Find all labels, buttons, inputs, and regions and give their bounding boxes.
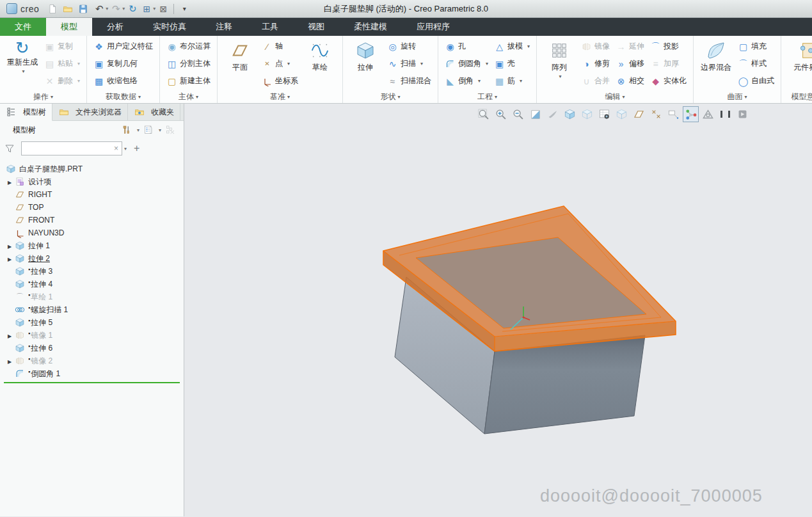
hole-button[interactable]: ◉孔 [443,38,490,55]
tab-applications[interactable]: 应用程序 [402,18,465,36]
tree-item-mirror-1[interactable]: 镜像 1 [0,329,184,342]
tree-item-helical-sweep-1[interactable]: 螺旋扫描 1 [0,303,184,316]
intersect-button[interactable]: ⊗相交 [614,72,646,90]
tree-item-round-1[interactable]: 倒圆角 1 [0,367,184,380]
filter-funnel-icon[interactable] [4,143,15,154]
redo-button[interactable]: ↷ [109,3,122,15]
tree-item-mirror-2[interactable]: 镜像 2 [0,354,184,367]
close-window-button[interactable]: ⊠ [157,3,170,15]
new-file-button[interactable] [47,3,61,15]
tree-item-top-plane[interactable]: TOP [0,201,184,214]
group-label-operations[interactable]: 操作 [0,90,86,103]
group-label-shapes[interactable]: 形状 [343,90,438,103]
redo-dropdown-icon[interactable]: ▾ [122,6,125,12]
tree-display-options-icon[interactable] [143,125,154,135]
tree-settings-icon[interactable] [121,125,132,135]
insert-here-indicator[interactable] [4,382,180,383]
tree-item-part[interactable]: 白桌子腿垫脚.PRT [0,163,184,175]
customize-toolbar-button[interactable]: ▾ [178,3,191,15]
tree-item-csys[interactable]: NAYUN3D [0,227,184,239]
fill-button[interactable]: ▢填充 [736,38,776,55]
boolean-operations-button[interactable]: ◉布尔运算 [164,38,212,55]
group-label-engineering[interactable]: 工程 [438,90,536,103]
freestyle-button[interactable]: ◯自由式 [736,72,776,90]
regenerate-quick-button[interactable]: ↻ [126,3,139,15]
tree-filter-input[interactable] [22,144,111,153]
group-label-datum[interactable]: 基准 [218,90,342,103]
tab-view[interactable]: 视图 [293,18,339,36]
add-filter-icon[interactable]: + [134,143,139,154]
tab-model-tree[interactable]: 模型树 [0,104,52,121]
style-button[interactable]: ⌒样式 [736,55,776,72]
save-button[interactable] [77,3,92,15]
point-button[interactable]: ✕点 [260,55,300,72]
udf-button[interactable]: ❖用户定义特征 [92,38,155,55]
expand-arrow-icon[interactable] [5,254,14,263]
tree-settings-dropdown-icon[interactable]: ▾ [137,127,139,133]
trim-button[interactable]: ◑修剪 [579,55,612,72]
split-body-button[interactable]: ◫分割主体 [164,55,212,72]
tree-display-dropdown-icon[interactable]: ▾ [159,127,161,133]
tab-annotate[interactable]: 注释 [201,18,247,36]
graphics-viewport[interactable]: dooooit@dooooit_7000005 [184,104,812,516]
csys-button[interactable]: 坐标系 [260,72,300,90]
group-label-get-data[interactable]: 获取数据 [87,90,159,103]
open-file-button[interactable] [62,3,76,15]
draft-button[interactable]: △拔模 [492,38,532,55]
regenerate-button[interactable]: ↻ 重新生成 [4,38,40,90]
tree-item-extrude-4[interactable]: 拉伸 4 [0,278,184,290]
tab-favorites[interactable]: 收藏夹 [128,104,180,120]
extrude-button[interactable]: 拉伸 [347,38,383,90]
tree-item-front-plane[interactable]: FRONT [0,214,184,227]
swept-blend-button[interactable]: ≈扫描混合 [385,72,433,90]
sketch-button[interactable]: 草绘 [302,38,338,90]
chamfer-button[interactable]: ◣倒角 [443,72,490,90]
shell-button[interactable]: ▣壳 [492,55,532,72]
plane-button[interactable]: 平面 [222,38,258,90]
copy-geometry-button[interactable]: ▣复制几何 [92,55,155,72]
pattern-button[interactable]: 阵列 [541,38,577,90]
offset-button[interactable]: »偏移 [614,55,646,72]
boundary-blend-button[interactable]: 边界混合 [698,38,734,90]
round-button[interactable]: 倒圆角 [443,55,490,72]
expand-arrow-icon[interactable] [5,356,14,365]
undo-button[interactable]: ↶ [93,3,106,15]
clear-filter-icon[interactable]: × [111,144,122,153]
window-dropdown-icon[interactable]: ▾ [153,6,155,12]
tab-model[interactable]: 模型 [46,18,92,36]
rib-button[interactable]: ▦筋 [492,72,532,90]
tree-item-extrude-5[interactable]: 拉伸 5 [0,316,184,329]
solidify-button[interactable]: ◆实体化 [648,72,689,90]
component-interface-button[interactable]: 元件界面 [786,38,812,90]
revolve-button[interactable]: ◎旋转 [385,38,433,55]
expand-arrow-icon[interactable] [5,331,14,340]
axis-button[interactable]: ∕轴 [260,38,300,55]
tree-item-sketch-1[interactable]: ⌒ 草绘 1 [0,290,184,303]
tree-item-extrude-1[interactable]: 拉伸 1 [0,239,184,252]
tree-item-extrude-6[interactable]: 拉伸 6 [0,342,184,354]
tab-analysis[interactable]: 分析 [92,18,138,36]
new-body-button[interactable]: ▢新建主体 [164,72,212,90]
expand-arrow-icon[interactable] [5,177,14,186]
tree-item-design-items[interactable]: 设计项 [0,175,184,188]
sweep-button[interactable]: ∿扫描 [385,55,433,72]
undo-dropdown-icon[interactable]: ▾ [106,6,108,12]
group-label-body[interactable]: 主体 [160,90,217,103]
tab-live-simulation[interactable]: 实时仿真 [138,18,201,36]
tree-item-extrude-3[interactable]: 拉伸 3 [0,265,184,278]
group-label-model-intent[interactable]: 模型意图 [781,90,812,103]
group-label-editing[interactable]: 编辑 [537,90,693,103]
project-button[interactable]: ⌒投影 [648,38,689,55]
filter-dropdown-icon[interactable]: ▾ [124,146,127,152]
model-3d-view[interactable] [184,104,812,516]
tab-flexible-modeling[interactable]: 柔性建模 [339,18,402,36]
window-switch-button[interactable]: ⊞ [140,3,153,15]
tab-file[interactable]: 文件 [0,18,46,36]
expand-arrow-icon[interactable] [5,241,14,250]
tree-item-right-plane[interactable]: RIGHT [0,188,184,201]
shrinkwrap-button[interactable]: ▩收缩包络 [92,72,155,90]
tab-tools[interactable]: 工具 [247,18,293,36]
tab-folder-browser[interactable]: 文件夹浏览器 [52,104,128,120]
group-label-surfaces[interactable]: 曲面 [694,90,781,103]
tree-item-extrude-2[interactable]: 拉伸 2 [0,252,184,265]
